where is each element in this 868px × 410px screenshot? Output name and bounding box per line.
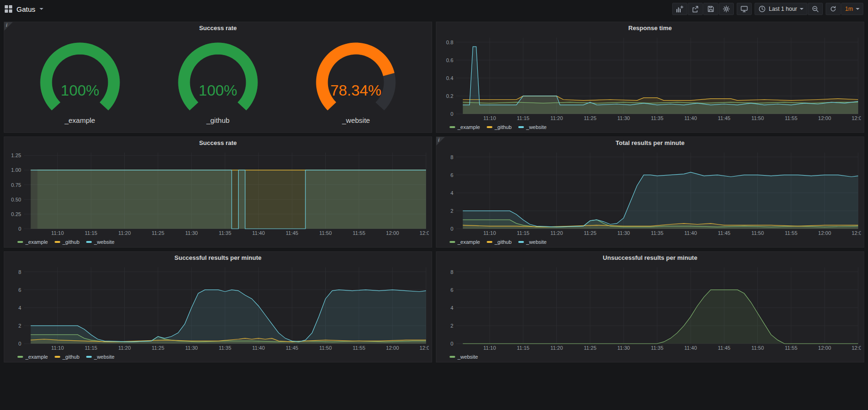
legend-item-_github[interactable]: _github [55,354,80,360]
legend-label: _example [458,124,480,130]
legend-item-_website[interactable]: _website [86,354,114,360]
time-range-picker[interactable]: Last 1 hour [755,3,807,15]
panel-title[interactable]: Success rate [4,137,432,149]
gauge-_website: 78.34%_website [297,39,415,124]
legend-swatch-icon [487,241,492,243]
legend-swatch-icon [86,356,92,358]
svg-text:2: 2 [18,323,21,329]
legend-swatch-icon [55,241,60,243]
legend-item-_example[interactable]: _example [17,239,48,245]
svg-text:11:55: 11:55 [353,230,365,236]
legend: _example_github_website [4,237,432,247]
legend-label: _website [94,354,114,360]
legend-swatch-icon [450,241,455,243]
svg-text:11:20: 11:20 [550,345,563,351]
svg-text:2: 2 [450,323,453,329]
svg-text:11:40: 11:40 [252,230,265,236]
clock-icon [758,5,766,13]
svg-text:11:15: 11:15 [517,345,530,351]
chart-svg[interactable]: 11:1011:1511:2011:2511:3011:3511:4011:45… [7,264,429,352]
svg-text:12:00: 12:00 [818,230,831,236]
svg-text:11:50: 11:50 [319,345,332,351]
chart-svg[interactable]: 11:1011:1511:2011:2511:3011:3511:4011:45… [439,149,861,237]
share-button[interactable] [688,3,703,15]
svg-text:8: 8 [450,154,453,160]
plot-area[interactable]: 11:1011:1511:2011:2511:3011:3511:4011:45… [439,149,861,237]
plot-area[interactable]: 11:1011:1511:2011:2511:3011:3511:4011:45… [439,264,861,352]
refresh-button[interactable] [826,3,841,15]
svg-text:11:40: 11:40 [684,115,697,121]
plot-area[interactable]: 11:1011:1511:2011:2511:3011:3511:4011:45… [439,34,861,122]
svg-text:1.25: 1.25 [11,153,21,158]
svg-text:11:30: 11:30 [617,345,630,351]
legend-item-_website[interactable]: _website [518,239,547,245]
svg-text:0: 0 [18,226,21,232]
chart-svg[interactable]: 11:1011:1511:2011:2511:3011:3511:4011:45… [7,149,429,237]
add-panel-button[interactable] [672,3,687,15]
gauge-label: _github [206,116,229,124]
svg-text:11:20: 11:20 [550,230,563,236]
save-button[interactable] [703,3,718,15]
legend-swatch-icon [17,241,23,243]
panel-info-icon[interactable]: i [436,137,445,145]
refresh-interval-picker[interactable]: 1m [841,3,863,15]
svg-text:11:50: 11:50 [751,345,764,351]
panel-response-time: Response time 11:1011:1511:2011:2511:301… [436,22,864,133]
zoom-out-button[interactable] [808,3,823,15]
legend-item-_example[interactable]: _example [450,239,480,245]
svg-text:11:55: 11:55 [785,115,797,121]
plot-area[interactable]: 11:1011:1511:2011:2511:3011:3511:4011:45… [7,149,429,237]
plot-area[interactable]: 11:1011:1511:2011:2511:3011:3511:4011:45… [7,264,429,352]
svg-text:11:10: 11:10 [483,230,496,236]
share-icon [691,5,699,13]
settings-button[interactable] [719,3,734,15]
legend-item-_website[interactable]: _website [450,354,478,360]
svg-text:11:25: 11:25 [584,230,596,236]
panel-title[interactable]: Response time [436,22,864,34]
svg-text:0.50: 0.50 [11,197,21,202]
panel-title[interactable]: Successful results per minute [4,252,432,264]
svg-text:11:55: 11:55 [785,230,797,236]
panel-info-icon[interactable]: i [4,22,13,31]
legend: _example_github_website [436,237,864,247]
refresh-interval-label: 1m [845,6,853,12]
svg-text:11:50: 11:50 [751,115,764,121]
svg-text:12:00: 12:00 [386,345,399,351]
gauge-arc: 100% [159,39,277,115]
add-panel-icon [676,5,683,13]
panel-title[interactable]: Total results per minute [436,137,864,149]
svg-text:11:30: 11:30 [185,345,198,351]
cycle-view-button[interactable] [737,3,752,15]
gauge-_example: 100%_example [21,39,139,124]
svg-text:11:55: 11:55 [785,345,797,351]
legend-item-_github[interactable]: _github [487,124,512,130]
svg-text:11:25: 11:25 [584,345,596,351]
legend-item-_github[interactable]: _github [55,239,80,245]
gauge-arc: 100% [21,39,139,115]
chart-svg[interactable]: 11:1011:1511:2011:2511:3011:3511:4011:45… [439,34,861,122]
legend-item-_website[interactable]: _website [86,239,114,245]
gear-icon [723,5,730,13]
legend: _example_github_website [436,122,864,132]
panel-title[interactable]: Unsuccessful results per minute [436,252,864,264]
svg-text:11:35: 11:35 [651,230,664,236]
svg-text:11:30: 11:30 [185,230,198,236]
legend-item-_github[interactable]: _github [487,239,512,245]
svg-text:11:50: 11:50 [751,230,764,236]
svg-text:8: 8 [18,269,21,275]
legend-item-_example[interactable]: _example [450,124,480,130]
svg-text:0.2: 0.2 [446,93,453,99]
svg-text:11:20: 11:20 [118,230,131,236]
legend-swatch-icon [86,241,92,243]
dashboard-picker[interactable]: Gatus [5,5,43,13]
svg-text:12:05: 12:05 [852,345,861,351]
panel-title[interactable]: Success rate [4,22,432,34]
svg-text:11:30: 11:30 [617,115,630,121]
svg-text:11:25: 11:25 [584,115,596,121]
svg-text:6: 6 [450,172,453,178]
chart-svg[interactable]: 11:1011:1511:2011:2511:3011:3511:4011:45… [439,264,861,352]
svg-text:6: 6 [18,287,21,293]
legend-item-_website[interactable]: _website [518,124,547,130]
legend-item-_example[interactable]: _example [17,354,48,360]
dashboard-title: Gatus [16,5,35,13]
